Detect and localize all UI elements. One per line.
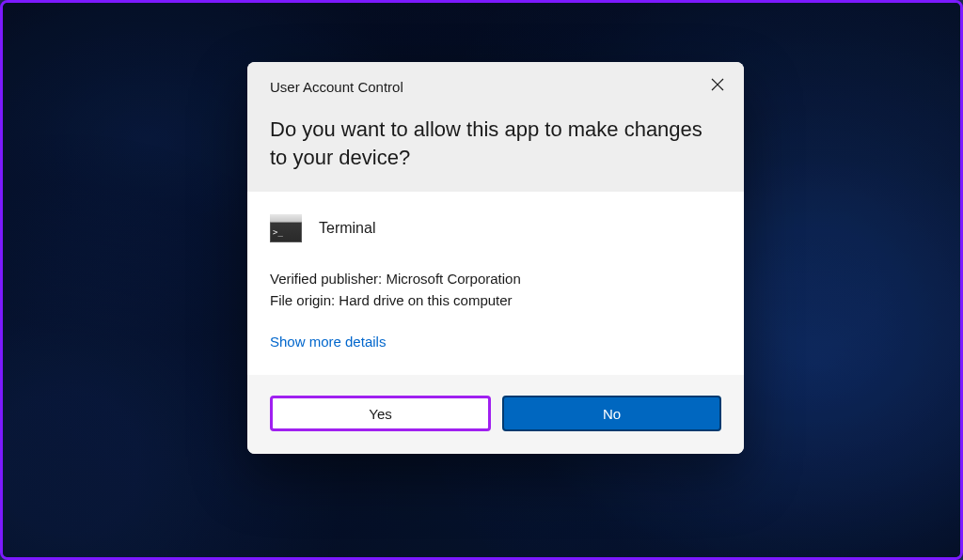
show-more-details-link[interactable]: Show more details (270, 334, 386, 350)
app-details: Verified publisher: Microsoft Corporatio… (270, 269, 721, 311)
origin-line: File origin: Hard drive on this computer (270, 290, 721, 312)
app-identity-row: >_ Terminal (270, 214, 721, 242)
no-button[interactable]: No (502, 396, 721, 431)
app-name: Terminal (319, 220, 375, 237)
dialog-header: User Account Control Do you want to allo… (247, 62, 744, 192)
dialog-question: Do you want to allow this app to make ch… (270, 116, 721, 171)
close-button[interactable] (708, 75, 727, 94)
yes-button[interactable]: Yes (270, 396, 491, 431)
dialog-footer: Yes No (247, 375, 744, 454)
dialog-body: >_ Terminal Verified publisher: Microsof… (247, 192, 744, 375)
uac-dialog: User Account Control Do you want to allo… (247, 62, 744, 454)
close-icon (711, 78, 724, 91)
dialog-title: User Account Control (270, 79, 721, 95)
terminal-icon: >_ (270, 214, 302, 242)
publisher-line: Verified publisher: Microsoft Corporatio… (270, 269, 721, 290)
